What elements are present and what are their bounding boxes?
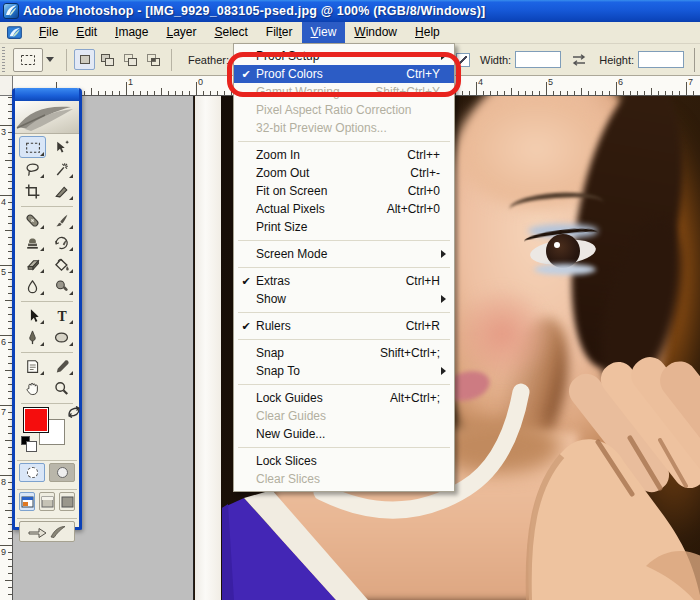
- submenu-arrow-icon: [441, 295, 446, 303]
- menu-item-label: Zoom In: [256, 148, 407, 162]
- menubar-item-image[interactable]: Image: [106, 22, 157, 43]
- menubar-item-layer[interactable]: Layer: [157, 22, 205, 43]
- submenu-arrow-icon: [441, 367, 446, 375]
- new-selection-mode-button[interactable]: [74, 49, 95, 70]
- color-swatches: [19, 406, 75, 456]
- standard-mode-button[interactable]: [19, 463, 45, 482]
- options-separator: [171, 49, 172, 71]
- menubar-item-view[interactable]: View: [302, 22, 346, 43]
- menu-item-label: Snap: [256, 346, 380, 360]
- move-tool[interactable]: [48, 136, 75, 158]
- menu-item-shortcut: Alt+Ctrl+0: [387, 202, 448, 216]
- eyedropper-tool[interactable]: [48, 355, 75, 377]
- ellipse-shape-icon: [53, 329, 70, 346]
- menu-item-snap-to[interactable]: Snap To: [234, 362, 454, 380]
- ruler-number: 4: [478, 77, 483, 87]
- dodge-tool[interactable]: [48, 275, 75, 297]
- menubar-item-window[interactable]: Window: [345, 22, 406, 43]
- foreground-color-swatch[interactable]: [23, 407, 49, 433]
- swap-colors-icon[interactable]: [67, 406, 81, 418]
- ruler-number: 7: [1, 407, 6, 417]
- magic-wand-tool[interactable]: [48, 158, 75, 180]
- fullscreen-with-menubar-button[interactable]: [39, 492, 55, 511]
- swap-width-height-icon[interactable]: [569, 53, 589, 67]
- menu-item-rulers[interactable]: ✔RulersCtrl+R: [234, 317, 454, 335]
- menu-separator: [234, 443, 454, 452]
- menubar-item-filter[interactable]: Filter: [257, 22, 302, 43]
- tool-preset-dropdown-arrow[interactable]: [46, 57, 54, 62]
- paint-bucket-tool[interactable]: [48, 253, 75, 275]
- menu-item-screen-mode[interactable]: Screen Mode: [234, 245, 454, 263]
- menu-item-gamut-warning: Gamut WarningShift+Ctrl+Y: [234, 83, 454, 101]
- options-bar-grip[interactable]: [2, 47, 5, 73]
- standard-screen-mode-button[interactable]: [19, 492, 35, 511]
- lasso-tool[interactable]: [19, 158, 46, 180]
- toolbox-separator: [21, 399, 73, 404]
- menu-item-label: Pixel Aspect Ratio Correction: [256, 103, 448, 117]
- brush-tool[interactable]: [48, 209, 75, 231]
- feather-label: Feather:: [188, 54, 229, 66]
- menu-item-lock-guides[interactable]: Lock GuidesAlt+Ctrl+;: [234, 389, 454, 407]
- menu-item-proof-setup[interactable]: Proof Setup: [234, 47, 454, 65]
- intersect-selection-mode-button[interactable]: [143, 49, 164, 70]
- spot-healing-brush-tool[interactable]: [19, 209, 46, 231]
- checkmark-icon: ✔: [236, 320, 256, 333]
- checkmark-icon: ✔: [236, 68, 256, 81]
- menubar-item-help[interactable]: Help: [406, 22, 449, 43]
- menu-item-zoom-out[interactable]: Zoom OutCtrl+-: [234, 164, 454, 182]
- menubar-item-select[interactable]: Select: [205, 22, 256, 43]
- toolbox-palette: T: [12, 88, 82, 530]
- width-label: Width:: [480, 54, 511, 66]
- menu-item-snap[interactable]: SnapShift+Ctrl+;: [234, 344, 454, 362]
- zoom-tool[interactable]: [48, 377, 75, 399]
- slice-tool[interactable]: [48, 180, 75, 202]
- type-tool[interactable]: T: [48, 304, 75, 326]
- toolbox-feather-art: [15, 101, 79, 134]
- tool-preset-button[interactable]: [13, 48, 43, 72]
- submenu-arrow-icon: [441, 250, 446, 258]
- menu-item-proof-colors[interactable]: ✔Proof ColorsCtrl+Y: [234, 65, 454, 83]
- add-to-selection-mode-button[interactable]: [97, 49, 118, 70]
- edit-in-imageready-button[interactable]: [19, 521, 75, 542]
- fullscreen-button[interactable]: [59, 492, 75, 511]
- blur-tool[interactable]: [19, 275, 46, 297]
- menubar-item-edit[interactable]: Edit: [67, 22, 106, 43]
- blur-icon: [24, 278, 41, 295]
- ruler-number: 5: [1, 267, 6, 277]
- subtract-from-selection-mode-button[interactable]: [120, 49, 141, 70]
- quick-mask-mode-button[interactable]: [49, 463, 75, 482]
- ruler-number: 9: [1, 547, 6, 557]
- menu-item-print-size[interactable]: Print Size: [234, 218, 454, 236]
- menu-item-label: Zoom Out: [256, 166, 410, 180]
- default-colors-icon[interactable]: [21, 436, 30, 445]
- menu-item-label: Show: [256, 292, 441, 306]
- menu-item-extras[interactable]: ✔ExtrasCtrl+H: [234, 272, 454, 290]
- menu-item-label: Fit on Screen: [256, 184, 408, 198]
- toolbox-title-bar[interactable]: [15, 88, 79, 101]
- ellipse-shape-tool[interactable]: [48, 326, 75, 348]
- clone-stamp-tool[interactable]: [19, 231, 46, 253]
- eraser-tool[interactable]: [19, 253, 46, 275]
- menu-item-zoom-in[interactable]: Zoom InCtrl++: [234, 146, 454, 164]
- ruler-number: 3: [1, 127, 6, 137]
- toolbox-separator: [21, 202, 73, 207]
- rectangular-marquee-icon: [19, 52, 37, 68]
- menu-item-actual-pixels[interactable]: Actual PixelsAlt+Ctrl+0: [234, 200, 454, 218]
- path-selection-tool[interactable]: [19, 304, 46, 326]
- path-selection-icon: [24, 307, 41, 324]
- pen-tool[interactable]: [19, 326, 46, 348]
- menu-item-fit-on-screen[interactable]: Fit on ScreenCtrl+0: [234, 182, 454, 200]
- history-brush-tool[interactable]: [48, 231, 75, 253]
- menu-item-shortcut: Ctrl++: [407, 148, 448, 162]
- menubar-item-file[interactable]: File: [30, 22, 67, 43]
- height-input[interactable]: [638, 51, 684, 68]
- hand-tool[interactable]: [19, 377, 46, 399]
- eraser-icon: [24, 256, 41, 273]
- notes-tool[interactable]: [19, 355, 46, 377]
- menu-item-show[interactable]: Show: [234, 290, 454, 308]
- menu-item-lock-slices[interactable]: Lock Slices: [234, 452, 454, 470]
- rectangular-marquee-tool[interactable]: [19, 136, 46, 158]
- crop-tool[interactable]: [19, 180, 46, 202]
- width-input[interactable]: [515, 51, 561, 68]
- menu-item-new-guide[interactable]: New Guide...: [234, 425, 454, 443]
